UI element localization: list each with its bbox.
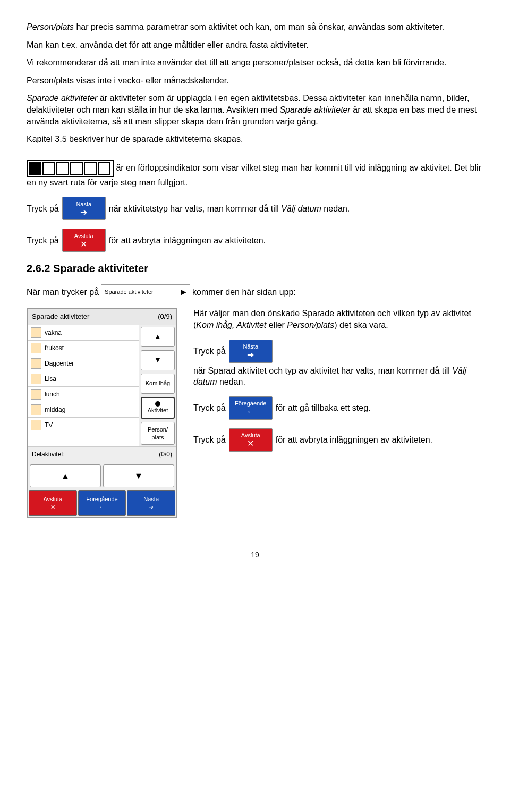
- emph: Sparade aktiviteter: [27, 94, 97, 103]
- delakt-down-button[interactable]: ▼: [103, 464, 174, 488]
- right-row-next: Tryck på Nästa➔ när Sparad aktivitet och…: [193, 340, 483, 388]
- arrow-left-icon: ←: [246, 408, 255, 416]
- cancel-button[interactable]: Avsluta✕: [62, 229, 106, 252]
- para-3: Vi rekommenderar då att man inte använde…: [27, 57, 483, 69]
- arrow-left-icon: ←: [99, 503, 105, 511]
- next-button[interactable]: Nästa➔: [229, 340, 273, 363]
- close-icon: ✕: [50, 503, 55, 511]
- person-plats-button[interactable]: Person/ plats: [141, 422, 175, 445]
- close-icon: ✕: [80, 240, 87, 249]
- sparade-aktiviteter-button[interactable]: Sparade aktiviteter▶: [101, 284, 190, 299]
- arrow-right-icon: ➔: [80, 208, 87, 217]
- panel-cancel-button[interactable]: Avsluta✕: [29, 490, 77, 516]
- activity-icon: [31, 327, 41, 338]
- activity-icon: [31, 374, 41, 384]
- arrow-right-icon: ➔: [247, 351, 254, 359]
- heading-262: 2.6.2 Sparade aktiviteter: [27, 261, 483, 276]
- para-5: Sparade aktiviteter är aktiviteter som ä…: [27, 92, 483, 127]
- sparade-panel: Sparade aktiviteter (0/9) vakna frukost …: [27, 308, 177, 518]
- prev-button[interactable]: Föregående←: [229, 396, 273, 420]
- arrow-right-icon: ➔: [149, 503, 154, 511]
- para-2: Man kan t.ex. använda det för att ange m…: [27, 39, 483, 51]
- activity-icon: [31, 404, 41, 415]
- row-next: Tryck på Nästa➔ när aktivitetstyp har va…: [27, 197, 483, 220]
- kom-ihag-button[interactable]: Kom ihåg: [141, 374, 175, 394]
- emph: Person/plats: [27, 22, 74, 31]
- row-cancel: Tryck på Avsluta✕ för att avbryta inlägg…: [27, 229, 483, 252]
- activity-icon: [31, 343, 41, 353]
- activity-icon: [31, 358, 41, 369]
- para-4: Person/plats visas inte i vecko- eller m…: [27, 75, 483, 87]
- right-row-cancel: Tryck på Avsluta✕ för att avbryta inlägg…: [193, 428, 483, 452]
- right-column: Här väljer man den önskade Sparade aktiv…: [193, 308, 483, 460]
- dot-icon: [155, 401, 160, 407]
- chevron-down-icon: ▼: [154, 355, 162, 365]
- emph: Sparade aktiviteter: [279, 105, 350, 114]
- list-item[interactable]: Lisa: [28, 371, 139, 387]
- list-item[interactable]: Dagcenter: [28, 356, 139, 371]
- list-item[interactable]: frukost: [28, 341, 139, 356]
- activity-icon: [31, 420, 41, 430]
- scroll-up-button[interactable]: ▲: [141, 327, 175, 347]
- delaktivitet-header: Delaktivitet: (0/0): [28, 446, 176, 462]
- scroll-down-button[interactable]: ▼: [141, 350, 175, 370]
- delakt-arrows: ▲ ▼: [28, 462, 176, 490]
- list-item[interactable]: vakna: [28, 325, 139, 341]
- delakt-up-button[interactable]: ▲: [30, 464, 101, 488]
- panel-header: Sparade aktiviteter (0/9): [28, 309, 176, 325]
- next-button[interactable]: Nästa➔: [62, 197, 106, 220]
- play-icon: ▶: [181, 287, 186, 297]
- close-icon: ✕: [247, 439, 254, 448]
- cancel-button[interactable]: Avsluta✕: [229, 428, 273, 452]
- para-1: Person/plats har precis samma parametrar…: [27, 21, 483, 33]
- panel-prev-button[interactable]: Föregående←: [78, 490, 126, 516]
- row-sparade: När man trycker på Sparade aktiviteter▶ …: [27, 284, 483, 299]
- list-item[interactable]: TV: [28, 418, 139, 433]
- activity-icon: [31, 389, 41, 400]
- right-row-prev: Tryck på Föregående← för att gå tillbaka…: [193, 396, 483, 420]
- progress-indicator-icon: [27, 160, 114, 177]
- para-progress: är en förloppsindikator som visar vilket…: [27, 160, 483, 189]
- page-number: 19: [27, 550, 483, 560]
- panel-next-button[interactable]: Nästa➔: [127, 490, 175, 516]
- right-p1: Här väljer man den önskade Sparade aktiv…: [193, 308, 483, 331]
- list-item[interactable]: middag: [28, 402, 139, 418]
- para-6: Kapitel 3.5 beskriver hur de sparade akt…: [27, 133, 483, 145]
- side-buttons: ▲ ▼ Kom ihåg Aktivitet Person/ plats: [139, 325, 176, 447]
- aktivitet-button[interactable]: Aktivitet: [141, 397, 175, 419]
- chevron-up-icon: ▲: [154, 332, 162, 342]
- list-item[interactable]: lunch: [28, 387, 139, 402]
- panel-footer: Avsluta✕ Föregående← Nästa➔: [28, 489, 176, 517]
- activity-list: vakna frukost Dagcenter Lisa lunch midda…: [28, 325, 139, 447]
